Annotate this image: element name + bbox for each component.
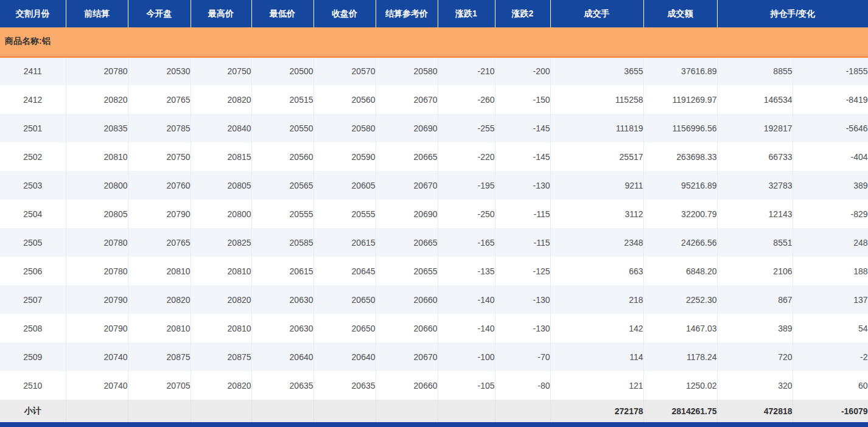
- col-header-prev-settlement: 前结算: [66, 0, 128, 27]
- value-cell: 20800: [191, 200, 251, 228]
- month-cell: 2510: [0, 371, 66, 400]
- bottom-scrollbar-track[interactable]: [0, 422, 868, 427]
- product-name-label: 商品名称:铝: [0, 27, 868, 57]
- value-cell: 720: [717, 342, 793, 371]
- col-header-change1: 涨跌1: [438, 0, 495, 27]
- value-cell: 2252.30: [643, 285, 717, 314]
- value-cell: -829: [793, 200, 868, 228]
- value-cell: 20820: [66, 85, 128, 114]
- value-cell: -8419: [793, 85, 868, 114]
- value-cell: -70: [495, 342, 550, 371]
- value-cell: 20605: [313, 171, 376, 200]
- futures-quotes-table: 交割月份 前结算 今开盘 最高价 最低价 收盘价 结算参考价 涨跌1 涨跌2 成…: [0, 0, 868, 422]
- value-cell: 20790: [66, 314, 128, 342]
- value-cell: 54: [793, 314, 868, 342]
- value-cell: 20820: [191, 371, 251, 400]
- value-cell: 20765: [128, 85, 191, 114]
- product-group-row: 商品名称:铝: [0, 27, 868, 57]
- value-cell: 146534: [717, 85, 793, 114]
- value-cell: -145: [495, 142, 550, 171]
- value-cell: -5646: [793, 114, 868, 142]
- value-cell: 20780: [66, 57, 128, 85]
- value-cell: 20810: [128, 257, 191, 285]
- table-header: 交割月份 前结算 今开盘 最高价 最低价 收盘价 结算参考价 涨跌1 涨跌2 成…: [0, 0, 868, 27]
- value-cell: 20810: [128, 314, 191, 342]
- table-row: 2505207802076520825205852061520665-165-1…: [0, 228, 868, 257]
- table-body: 商品名称:铝 241120780205302075020500205702058…: [0, 27, 868, 422]
- col-header-low: 最低价: [251, 0, 313, 27]
- value-cell: 20840: [191, 114, 251, 142]
- month-cell: 2505: [0, 228, 66, 257]
- month-cell: 2509: [0, 342, 66, 371]
- value-cell: 1467.03: [643, 314, 717, 342]
- table-row: 2411207802053020750205002057020580-210-2…: [0, 57, 868, 85]
- value-cell: 66733: [717, 142, 793, 171]
- value-cell: 188: [793, 257, 868, 285]
- value-cell: 20630: [251, 314, 313, 342]
- value-cell: [251, 400, 313, 422]
- value-cell: -2: [793, 342, 868, 371]
- value-cell: 6848.20: [643, 257, 717, 285]
- col-header-high: 最高价: [191, 0, 251, 27]
- value-cell: 20640: [251, 342, 313, 371]
- value-cell: 1156996.56: [643, 114, 717, 142]
- value-cell: -220: [438, 142, 495, 171]
- value-cell: 20820: [191, 85, 251, 114]
- value-cell: 1178.24: [643, 342, 717, 371]
- value-cell: 20635: [251, 371, 313, 400]
- value-cell: -404: [793, 142, 868, 171]
- value-cell: 663: [550, 257, 643, 285]
- value-cell: 20810: [66, 142, 128, 171]
- col-header-open: 今开盘: [128, 0, 191, 27]
- value-cell: 2106: [717, 257, 793, 285]
- value-cell: -260: [438, 85, 495, 114]
- value-cell: 32783: [717, 171, 793, 200]
- value-cell: [128, 400, 191, 422]
- month-cell: 2508: [0, 314, 66, 342]
- value-cell: 20875: [128, 342, 191, 371]
- value-cell: 20805: [66, 200, 128, 228]
- value-cell: 20515: [251, 85, 313, 114]
- month-cell: 2503: [0, 171, 66, 200]
- value-cell: [191, 400, 251, 422]
- value-cell: 20635: [313, 371, 376, 400]
- value-cell: -1855: [793, 57, 868, 85]
- value-cell: 20585: [251, 228, 313, 257]
- value-cell: -135: [438, 257, 495, 285]
- value-cell: 20565: [251, 171, 313, 200]
- value-cell: 20790: [128, 200, 191, 228]
- value-cell: 218: [550, 285, 643, 314]
- value-cell: 1191269.97: [643, 85, 717, 114]
- value-cell: 20690: [376, 200, 438, 228]
- value-cell: 20750: [191, 57, 251, 85]
- value-cell: [313, 400, 376, 422]
- value-cell: 192817: [717, 114, 793, 142]
- value-cell: 20800: [66, 171, 128, 200]
- value-cell: -250: [438, 200, 495, 228]
- value-cell: -130: [495, 171, 550, 200]
- futures-quotes-screen: 交割月份 前结算 今开盘 最高价 最低价 收盘价 结算参考价 涨跌1 涨跌2 成…: [0, 0, 868, 427]
- value-cell: 20590: [313, 142, 376, 171]
- value-cell: -125: [495, 257, 550, 285]
- value-cell: 20740: [66, 342, 128, 371]
- col-header-change2: 涨跌2: [495, 0, 550, 27]
- col-header-volume: 成交手: [550, 0, 643, 27]
- value-cell: 272178: [550, 400, 643, 422]
- value-cell: 20650: [313, 314, 376, 342]
- value-cell: -16079: [793, 400, 868, 422]
- value-cell: 263698.33: [643, 142, 717, 171]
- month-cell: 小计: [0, 400, 66, 422]
- value-cell: 20810: [191, 257, 251, 285]
- value-cell: 20570: [313, 57, 376, 85]
- value-cell: -200: [495, 57, 550, 85]
- month-cell: 2411: [0, 57, 66, 85]
- month-cell: 2506: [0, 257, 66, 285]
- value-cell: 142: [550, 314, 643, 342]
- value-cell: 389: [793, 171, 868, 200]
- value-cell: 20750: [128, 142, 191, 171]
- value-cell: 248: [793, 228, 868, 257]
- value-cell: 1250.02: [643, 371, 717, 400]
- value-cell: 24266.56: [643, 228, 717, 257]
- col-header-settlement-ref: 结算参考价: [376, 0, 438, 27]
- value-cell: 20805: [191, 171, 251, 200]
